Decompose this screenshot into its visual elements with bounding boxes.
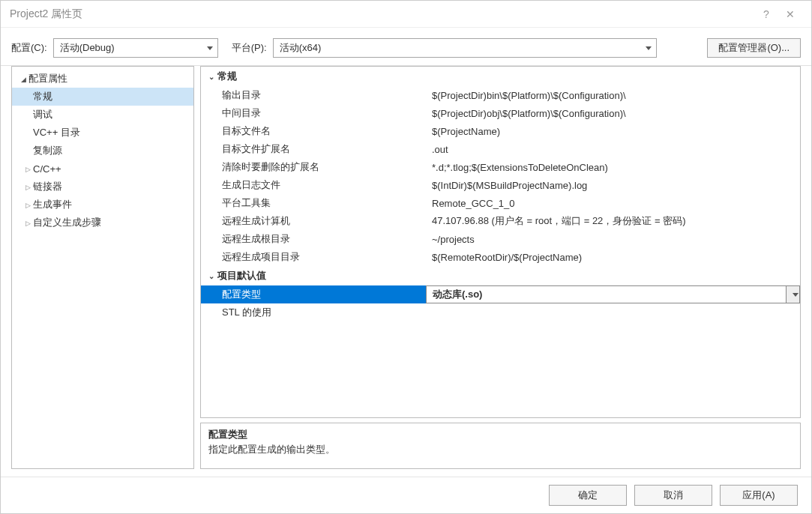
pg-section-title: 项目默认值 [217, 269, 266, 282]
pg-row[interactable]: 输出目录$(ProjectDir)bin\$(Platform)\$(Confi… [201, 86, 800, 104]
config-manager-button[interactable]: 配置管理器(O)... [707, 38, 801, 58]
chevron-down-icon [207, 46, 213, 50]
platform-select[interactable]: 活动(x64) [273, 38, 657, 58]
sidebar-tree[interactable]: 配置属性 常规调试VC++ 目录复制源C/C++链接器生成事件自定义生成步骤 [11, 66, 194, 469]
chevron-down-icon: ⌄ [205, 272, 217, 280]
platform-value: 活动(x64) [280, 41, 322, 55]
ok-button[interactable]: 确定 [549, 485, 627, 506]
pg-name: 输出目录 [201, 86, 426, 104]
pg-section-header[interactable]: ⌄项目默认值 [201, 266, 800, 285]
pg-name: 清除时要删除的扩展名 [201, 158, 426, 176]
main-panel: ⌄常规输出目录$(ProjectDir)bin\$(Platform)\$(Co… [200, 66, 801, 469]
pg-name: 远程生成项目目录 [201, 248, 426, 266]
tree-item-label: 复制源 [33, 144, 62, 157]
pg-value[interactable]: .out [426, 140, 800, 158]
pg-row[interactable]: 目标文件名$(ProjectName) [201, 122, 800, 140]
caret-closed-icon[interactable] [22, 200, 33, 209]
tree-item[interactable]: C/C++ [12, 160, 193, 178]
tree-root-label: 配置属性 [28, 72, 67, 85]
dropdown-button[interactable] [786, 286, 799, 303]
config-select[interactable]: 活动(Debug) [53, 38, 218, 58]
pg-value[interactable]: Remote_GCC_1_0 [426, 194, 800, 212]
pg-row[interactable]: 目标文件扩展名.out [201, 140, 800, 158]
close-icon[interactable]: ✕ [778, 8, 802, 20]
pg-section-title: 常规 [217, 70, 237, 83]
pg-value[interactable]: $(IntDir)$(MSBuildProjectName).log [426, 176, 800, 194]
tree-item-label: 调试 [33, 108, 52, 121]
pg-row[interactable]: 中间目录$(ProjectDir)obj\$(Platform)\$(Confi… [201, 104, 800, 122]
tree-item[interactable]: 常规 [12, 88, 193, 106]
pg-name: 中间目录 [201, 104, 426, 122]
pg-name: 生成日志文件 [201, 176, 426, 194]
caret-closed-icon[interactable] [22, 182, 33, 191]
pg-row[interactable]: 远程生成计算机47.107.96.88 (用户名 = root，端口 = 22，… [201, 212, 800, 230]
description-title: 配置类型 [208, 428, 793, 441]
pg-value[interactable]: $(ProjectDir)bin\$(Platform)\$(Configura… [426, 86, 800, 104]
caret-closed-icon[interactable] [22, 164, 33, 173]
caret-open-icon[interactable] [18, 74, 28, 83]
chevron-down-icon [646, 46, 652, 50]
titlebar: Project2 属性页 ? ✕ [1, 1, 811, 28]
pg-value[interactable]: *.d;*.tlog;$(ExtensionsToDeleteOnClean) [426, 158, 800, 176]
pg-value[interactable]: $(ProjectDir)obj\$(Platform)\$(Configura… [426, 104, 800, 122]
pg-value[interactable]: 47.107.96.88 (用户名 = root，端口 = 22，身份验证 = … [426, 212, 800, 230]
tree-item[interactable]: 链接器 [12, 178, 193, 196]
pg-row[interactable]: 远程生成根目录~/projects [201, 230, 800, 248]
pg-name: 目标文件扩展名 [201, 140, 426, 158]
description-text: 指定此配置生成的输出类型。 [208, 443, 793, 456]
pg-section-header[interactable]: ⌄常规 [201, 67, 800, 86]
pg-value[interactable]: $(ProjectName) [426, 122, 800, 140]
tree-item[interactable]: 生成事件 [12, 196, 193, 214]
pg-row[interactable]: 平台工具集Remote_GCC_1_0 [201, 194, 800, 212]
tree-item-label: C/C++ [33, 163, 61, 175]
pg-value[interactable] [426, 303, 800, 321]
property-grid[interactable]: ⌄常规输出目录$(ProjectDir)bin\$(Platform)\$(Co… [200, 66, 801, 418]
tree-item[interactable]: 自定义生成步骤 [12, 214, 193, 232]
pg-row[interactable]: 远程生成项目目录$(RemoteRootDir)/$(ProjectName) [201, 248, 800, 266]
chevron-down-icon: ⌄ [205, 73, 217, 81]
apply-button[interactable]: 应用(A) [720, 485, 798, 506]
tree-item-label: 链接器 [33, 180, 62, 193]
config-value: 活动(Debug) [60, 41, 115, 55]
pg-name: 远程生成根目录 [201, 230, 426, 248]
pg-value[interactable]: 动态库(.so) [426, 285, 800, 303]
pg-row[interactable]: 生成日志文件$(IntDir)$(MSBuildProjectName).log [201, 176, 800, 194]
pg-row[interactable]: STL 的使用 [201, 303, 800, 321]
tree-item-label: VC++ 目录 [33, 126, 80, 139]
help-icon[interactable]: ? [754, 8, 778, 20]
property-dialog: Project2 属性页 ? ✕ 配置(C): 活动(Debug) 平台(P):… [0, 0, 812, 514]
config-label: 配置(C): [11, 41, 47, 55]
footer: 确定 取消 应用(A) [1, 477, 811, 513]
pg-name: 配置类型 [201, 285, 426, 303]
tree-root[interactable]: 配置属性 [12, 70, 193, 88]
tree-item-label: 常规 [33, 90, 52, 103]
pg-value[interactable]: ~/projects [426, 230, 800, 248]
window-title: Project2 属性页 [10, 7, 754, 21]
toolbar: 配置(C): 活动(Debug) 平台(P): 活动(x64) 配置管理器(O)… [1, 28, 811, 66]
caret-closed-icon[interactable] [22, 218, 33, 227]
pg-value[interactable]: $(RemoteRootDir)/$(ProjectName) [426, 248, 800, 266]
tree-item-label: 生成事件 [33, 198, 72, 211]
pg-name: STL 的使用 [201, 303, 426, 321]
description-panel: 配置类型 指定此配置生成的输出类型。 [200, 423, 801, 469]
tree-item[interactable]: 复制源 [12, 142, 193, 160]
chevron-down-icon [793, 293, 799, 297]
tree-item[interactable]: VC++ 目录 [12, 124, 193, 142]
pg-row[interactable]: 配置类型动态库(.so) [201, 285, 800, 303]
tree-item[interactable]: 调试 [12, 106, 193, 124]
pg-name: 平台工具集 [201, 194, 426, 212]
cancel-button[interactable]: 取消 [634, 485, 712, 506]
config-type-dropdown[interactable]: 动态库(.so)静态库(.a)应用程序(.out)生成文件 [426, 417, 800, 418]
pg-row[interactable]: 清除时要删除的扩展名*.d;*.tlog;$(ExtensionsToDelet… [201, 158, 800, 176]
dialog-body: 配置属性 常规调试VC++ 目录复制源C/C++链接器生成事件自定义生成步骤 ⌄… [1, 66, 811, 477]
platform-label: 平台(P): [232, 41, 267, 55]
pg-name: 远程生成计算机 [201, 212, 426, 230]
pg-name: 目标文件名 [201, 122, 426, 140]
tree-item-label: 自定义生成步骤 [33, 216, 101, 229]
